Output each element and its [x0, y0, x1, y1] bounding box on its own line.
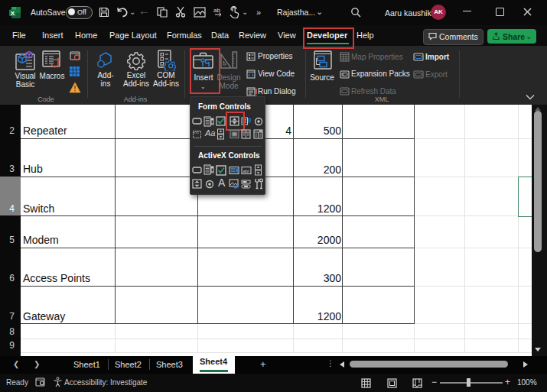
svg-text:X: X [11, 10, 15, 17]
svg-text:XYZ: XYZ [194, 131, 200, 134]
svg-text:abl: abl [243, 169, 249, 173]
